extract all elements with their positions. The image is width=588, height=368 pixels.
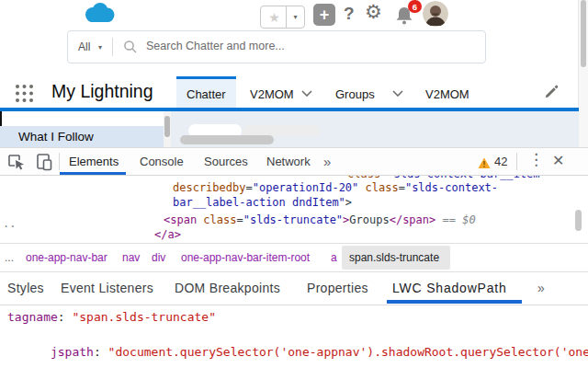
nav-tab-v2mom-2[interactable]: V2MOM — [425, 86, 469, 102]
breadcrumb-item[interactable]: nav — [122, 244, 140, 272]
shadowpath-row[interactable]: tagname: "span.slds-truncate" — [7, 310, 216, 324]
code-token-value: "slds-context- — [405, 181, 498, 194]
code-line[interactable]: describedby="operationId-20" class="slds… — [173, 181, 498, 194]
nav-tab-chatter[interactable]: Chatter — [176, 76, 236, 109]
code-token-tag: </a> — [154, 228, 181, 241]
breadcrumb-overflow[interactable]: ... — [5, 244, 14, 272]
nav-tab-groups[interactable]: Groups — [335, 86, 375, 102]
breadcrumb-item[interactable]: one-app-nav-bar — [26, 244, 107, 272]
breadcrumb-item[interactable]: one-app-nav-bar-item-root — [181, 244, 310, 272]
code-line[interactable]: class="slds-context-bar__item" — [347, 176, 547, 180]
code-token-value: "slds-context-bar__item" — [387, 176, 546, 180]
devtools-tab-console[interactable]: Console — [140, 155, 184, 168]
setup-button[interactable]: ⚙ — [365, 1, 382, 23]
code-token-value: "operationId-20" — [253, 181, 359, 194]
caret-down-icon: ▾ — [293, 13, 297, 21]
code-token-tag: <span — [164, 213, 197, 226]
app-name-title: My Lightning — [51, 81, 153, 102]
toolbar-divider — [59, 153, 60, 170]
elements-dom-tree[interactable]: class="slds-context-bar__item"describedb… — [0, 176, 588, 243]
help-button[interactable]: ? — [344, 4, 355, 24]
breadcrumb-item-selected[interactable]: span.slds-truncate — [342, 246, 450, 270]
favorites-dropdown-button[interactable]: ▾ — [286, 6, 305, 29]
notification-count-badge: 6 — [408, 0, 422, 13]
toolbar-divider — [516, 153, 517, 170]
code-token-attr: class — [203, 213, 236, 226]
side-tab-styles[interactable]: Styles — [7, 272, 44, 305]
breadcrumb-bar: ... one-app-nav-bar nav div one-app-nav-… — [0, 244, 588, 271]
code-token-attr: class — [366, 181, 399, 194]
code-token-plain: = — [245, 181, 252, 194]
devtools-tab-underline — [60, 172, 126, 175]
code-line[interactable]: bar__label-action dndItem"> — [173, 196, 352, 209]
side-tab-properties[interactable]: Properties — [307, 272, 368, 305]
code-token-value: bar__label-action dndItem" — [173, 196, 345, 209]
warnings-indicator[interactable] — [478, 156, 491, 173]
shadowpath-panel: tagname: "span.slds-truncate" jspath: "d… — [0, 305, 588, 368]
code-line[interactable]: </a> — [154, 228, 181, 241]
device-toolbar-button[interactable] — [35, 153, 53, 175]
search-placeholder[interactable]: Search Chatter and more... — [146, 40, 285, 52]
scope-caret-down-icon[interactable]: ▾ — [98, 43, 102, 52]
global-actions-button[interactable]: + — [313, 4, 335, 26]
code-token-tag: </span> — [390, 213, 436, 226]
warning-triangle-icon — [478, 157, 491, 169]
favorites-star-button[interactable]: ★ — [260, 6, 288, 29]
code-token-attr: class — [347, 176, 380, 180]
side-tab-dom-breakpoints[interactable]: DOM Breakpoints — [175, 272, 280, 305]
inspect-cursor-icon — [7, 153, 26, 171]
page-scrollbar-thumb[interactable] — [581, 0, 586, 67]
code-token-dim: == $0 — [435, 213, 475, 226]
user-avatar[interactable] — [423, 1, 448, 27]
warning-count: 42 — [494, 155, 507, 168]
code-token-plain: > — [345, 196, 352, 209]
more-tabs-chevron[interactable]: » — [323, 154, 331, 169]
plus-icon: + — [320, 6, 330, 23]
global-search[interactable]: All ▾ Search Chatter and more... — [67, 30, 486, 63]
feed-skeleton-bar — [180, 135, 274, 144]
side-tab-event-listeners[interactable]: Event Listeners — [61, 272, 153, 305]
app-launcher-button[interactable] — [14, 83, 35, 108]
edit-pencil-icon[interactable] — [544, 85, 559, 99]
property-key: tagname — [7, 310, 58, 324]
property-value: "span.slds-truncate" — [72, 310, 216, 324]
code-token-value: "slds-truncate" — [243, 213, 343, 226]
nav-tab-v2mom[interactable]: V2MOM — [250, 86, 294, 102]
chevron-down-icon[interactable] — [301, 90, 312, 97]
app-launcher-grid-icon — [14, 83, 35, 104]
feed-filter-label: What I Follow — [18, 130, 94, 144]
screen: ★ ▾ + ? ⚙ 6 All ▾ Search — [0, 0, 588, 368]
search-scope-label[interactable]: All — [78, 40, 90, 53]
code-token-plain: Groups — [349, 213, 389, 226]
code-token-attr: describedby — [173, 181, 245, 194]
search-divider — [112, 38, 113, 56]
gear-icon: ⚙ — [365, 1, 382, 22]
question-mark-icon: ? — [344, 4, 355, 23]
devtools-tab-sources[interactable]: Sources — [204, 155, 248, 168]
inspect-element-button[interactable] — [7, 153, 26, 175]
line-overflow-marker: .. — [3, 217, 16, 230]
kebab-menu-icon[interactable]: ⋮ — [528, 150, 544, 169]
side-tab-underline — [387, 300, 522, 304]
panel-scrollbar-thumb[interactable] — [164, 116, 170, 137]
chevron-down-icon[interactable] — [392, 90, 403, 97]
search-icon — [123, 40, 138, 54]
feed-filter-item[interactable]: What I Follow — [0, 126, 164, 147]
code-token-plain: = — [236, 213, 243, 226]
star-icon: ★ — [268, 10, 280, 25]
code-token-plain — [358, 181, 365, 194]
side-tabs-more-chevron[interactable]: » — [537, 272, 545, 305]
elements-scrollbar-thumb[interactable] — [575, 210, 582, 231]
code-token-plain: = — [399, 181, 405, 194]
close-icon[interactable]: ✕ — [552, 152, 564, 169]
breadcrumb-item[interactable]: a — [331, 244, 337, 272]
devtools-tab-elements[interactable]: Elements — [69, 155, 119, 168]
breadcrumb-item[interactable]: div — [152, 244, 165, 272]
device-toolbar-icon — [35, 153, 53, 171]
devtools-tab-network[interactable]: Network — [266, 155, 311, 168]
code-line[interactable]: <span class="slds-truncate">Groups</span… — [164, 213, 476, 226]
salesforce-logo-icon[interactable] — [81, 2, 118, 29]
shadowpath-row[interactable]: java: "String queryString = "return docu… — [7, 352, 588, 368]
